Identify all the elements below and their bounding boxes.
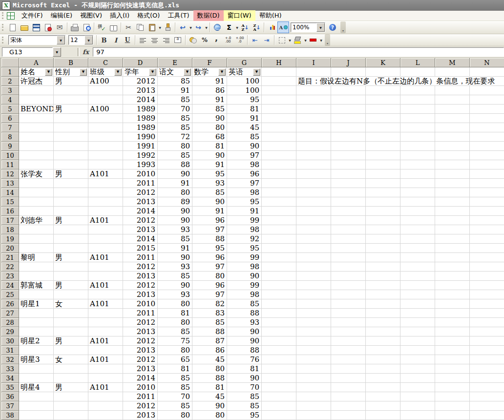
cell-J26[interactable] [331, 299, 366, 309]
cell-G8[interactable]: 85 [227, 132, 262, 142]
cell-J31[interactable] [331, 346, 366, 355]
cell-M13[interactable] [435, 179, 470, 188]
cell-J22[interactable] [331, 262, 366, 272]
cell-E16[interactable]: 90 [158, 207, 192, 216]
cell-C36[interactable] [88, 392, 123, 401]
cell-L24[interactable] [400, 281, 435, 290]
cell-L14[interactable] [400, 188, 435, 197]
cell-A32[interactable]: 明星3 [19, 355, 54, 364]
cell-C24[interactable]: A101 [88, 281, 123, 290]
bold-button[interactable]: B [98, 34, 110, 46]
cell-G5[interactable]: 81 [227, 105, 262, 114]
cell-B24[interactable]: 男 [54, 281, 88, 290]
cell-K18[interactable] [366, 225, 400, 234]
cell-A27[interactable] [19, 309, 54, 318]
cell-E24[interactable]: 90 [158, 281, 192, 290]
cell-J11[interactable] [331, 160, 366, 169]
cell-L12[interactable] [400, 169, 435, 179]
cell-L20[interactable] [400, 244, 435, 253]
font-size-combo-dropdown-icon[interactable]: ▼ [84, 36, 93, 44]
cell-E1[interactable]: 语文▼ [158, 67, 192, 77]
decrease-decimal-button[interactable] [234, 34, 246, 46]
cell-G22[interactable]: 98 [227, 262, 262, 272]
cell-H4[interactable] [262, 95, 296, 105]
permission-button[interactable] [42, 21, 54, 33]
filter-button-E[interactable]: ▼ [184, 68, 191, 76]
cell-I36[interactable] [296, 392, 331, 401]
cell-G3[interactable]: 100 [227, 86, 262, 95]
cell-D5[interactable]: 1989 [123, 105, 158, 114]
cell-E25[interactable]: 93 [158, 290, 192, 299]
cell-E2[interactable]: 85 [158, 77, 192, 86]
cell-F8[interactable]: 68 [192, 132, 227, 142]
cell-L9[interactable] [400, 142, 435, 151]
cell-D2[interactable]: 2012 [123, 77, 158, 86]
cell-A12[interactable]: 张学友 [19, 169, 54, 179]
cell-N25[interactable] [470, 290, 504, 299]
cell-B16[interactable] [54, 207, 88, 216]
cell-E3[interactable]: 91 [158, 86, 192, 95]
cell-J29[interactable] [331, 327, 366, 336]
cell-M33[interactable] [435, 364, 470, 374]
cell-G18[interactable]: 98 [227, 225, 262, 234]
cell-D4[interactable]: 2014 [123, 95, 158, 105]
cell-A31[interactable] [19, 346, 54, 355]
cell-L3[interactable] [400, 86, 435, 95]
font-name-combo[interactable]: 宋体▼ [8, 35, 65, 45]
cell-M29[interactable] [435, 327, 470, 336]
cell-N19[interactable] [470, 234, 504, 244]
cell-I35[interactable] [296, 383, 331, 392]
cell-H16[interactable] [262, 207, 296, 216]
cell-L13[interactable] [400, 179, 435, 188]
cell-M24[interactable] [435, 281, 470, 290]
cell-H31[interactable] [262, 346, 296, 355]
cell-I29[interactable] [296, 327, 331, 336]
cell-F19[interactable]: 88 [192, 234, 227, 244]
cell-M15[interactable] [435, 197, 470, 207]
cell-G26[interactable]: 85 [227, 299, 262, 309]
cell-C4[interactable] [88, 95, 123, 105]
cell-D29[interactable]: 2013 [123, 327, 158, 336]
cell-K37[interactable] [366, 401, 400, 411]
cell-F25[interactable]: 97 [192, 290, 227, 299]
cell-N10[interactable] [470, 151, 504, 160]
cell-C1[interactable]: 班级▼ [88, 67, 123, 77]
cell-D36[interactable]: 2011 [123, 392, 158, 401]
cell-H24[interactable] [262, 281, 296, 290]
cell-F14[interactable]: 85 [192, 188, 227, 197]
column-header-I[interactable]: I [296, 58, 331, 67]
cell-F2[interactable]: 91 [192, 77, 227, 86]
cell-A3[interactable] [19, 86, 54, 95]
cell-H5[interactable] [262, 105, 296, 114]
row-header-4[interactable]: 4 [1, 95, 19, 105]
cell-C27[interactable] [88, 309, 123, 318]
cell-C37[interactable] [88, 401, 123, 411]
redo-button[interactable]: ↪ [192, 21, 204, 33]
cell-E30[interactable]: 75 [158, 336, 192, 346]
cell-N1[interactable] [470, 67, 504, 77]
cell-F7[interactable]: 80 [192, 123, 227, 132]
cell-A26[interactable]: 明星1 [19, 299, 54, 309]
cell-M30[interactable] [435, 336, 470, 346]
column-header-D[interactable]: D [123, 58, 158, 67]
cell-H19[interactable] [262, 234, 296, 244]
cell-B8[interactable] [54, 132, 88, 142]
cell-E19[interactable]: 85 [158, 234, 192, 244]
row-header-29[interactable]: 29 [1, 327, 19, 336]
cell-C22[interactable] [88, 262, 123, 272]
cell-N27[interactable] [470, 309, 504, 318]
cell-K13[interactable] [366, 179, 400, 188]
cell-F32[interactable]: 45 [192, 355, 227, 364]
column-header-F[interactable]: F [192, 58, 227, 67]
column-header-L[interactable]: L [400, 58, 435, 67]
cell-J30[interactable] [331, 336, 366, 346]
cell-L38[interactable] [400, 411, 435, 420]
cell-I21[interactable] [296, 253, 331, 262]
cell-N34[interactable] [470, 374, 504, 383]
menu-item-insert[interactable]: 插入(I) [106, 10, 133, 21]
cell-C16[interactable] [88, 207, 123, 216]
cell-J35[interactable] [331, 383, 366, 392]
cell-M9[interactable] [435, 142, 470, 151]
cell-C31[interactable] [88, 346, 123, 355]
cell-J28[interactable] [331, 318, 366, 327]
